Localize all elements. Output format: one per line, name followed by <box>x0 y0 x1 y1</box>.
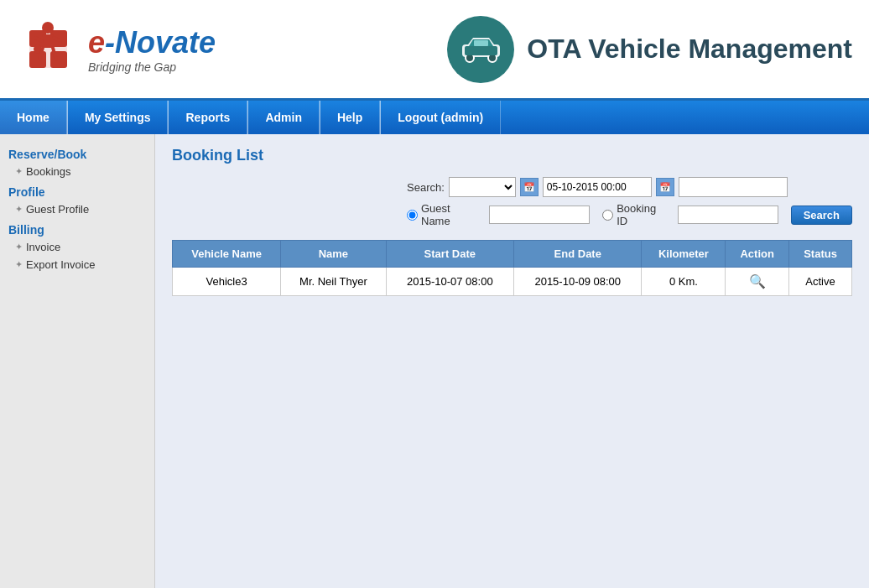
guest-name-label: Guest Name <box>421 202 476 227</box>
car-icon <box>458 34 504 64</box>
col-start-date: Start Date <box>386 241 513 268</box>
booking-table: Vehicle Name Name Start Date End Date Ki… <box>172 240 852 296</box>
sidebar-item-bookings-label: Bookings <box>26 165 70 178</box>
booking-id-label: Booking ID <box>617 202 664 227</box>
start-date-input[interactable] <box>543 177 652 197</box>
col-vehicle-name: Vehicle Name <box>173 241 281 268</box>
bullet-icon-3: ✦ <box>15 242 23 252</box>
nav-reports[interactable]: Reports <box>169 101 247 134</box>
nav-help[interactable]: Help <box>320 101 380 134</box>
bullet-icon: ✦ <box>15 166 23 177</box>
cell-start-date: 2015-10-07 08:00 <box>386 268 513 296</box>
search-button[interactable]: Search <box>791 206 852 225</box>
search-select[interactable] <box>449 177 516 197</box>
col-end-date: End Date <box>514 241 642 268</box>
end-date-input[interactable] <box>679 177 788 197</box>
sidebar-section-reserve: Reserve/Book <box>0 143 154 163</box>
logo-text: e-Novate Bridging the Gap <box>88 25 216 74</box>
app-header: e-Novate Bridging the Gap OTA Vehicle Ma… <box>0 0 869 101</box>
cell-end-date: 2015-10-09 08:00 <box>514 268 642 296</box>
svg-rect-19 <box>474 40 488 46</box>
main-layout: Reserve/Book ✦ Bookings Profile ✦ Guest … <box>0 134 869 588</box>
guest-name-radio[interactable] <box>407 210 418 221</box>
col-name: Name <box>281 241 386 268</box>
calendar-start-button[interactable]: 📅 <box>520 178 539 196</box>
guest-name-input[interactable] <box>489 206 590 224</box>
nav-logout[interactable]: Logout (admin) <box>381 101 501 134</box>
cell-vehicle-name: Vehicle3 <box>173 268 281 296</box>
booking-id-radio[interactable] <box>602 210 613 221</box>
logo-enovate: e-Novate <box>88 25 216 60</box>
calendar-start-icon: 📅 <box>523 182 535 193</box>
booking-id-radio-label[interactable]: Booking ID <box>602 202 664 227</box>
svg-point-7 <box>42 22 54 34</box>
sidebar-item-bookings[interactable]: ✦ Bookings <box>0 163 154 180</box>
sidebar-item-export-invoice-label: Export Invoice <box>26 258 95 271</box>
logo-left: e-Novate Bridging the Gap <box>17 18 216 81</box>
table-header: Vehicle Name Name Start Date End Date Ki… <box>173 241 852 268</box>
ota-title: OTA Vehicle Management <box>527 33 852 65</box>
cell-status: Active <box>789 268 852 296</box>
main-content: Booking List Search: 📅 📅 <box>155 134 869 588</box>
search-row-2: Guest Name Booking ID Search <box>172 202 852 227</box>
calendar-end-button[interactable]: 📅 <box>656 178 674 196</box>
main-navbar: Home My Settings Reports Admin Help Logo… <box>0 101 869 134</box>
calendar-end-icon: 📅 <box>659 182 671 193</box>
table-row: Vehicle3 Mr. Neil Thyer 2015-10-07 08:00… <box>173 268 852 296</box>
search-row-1: Search: 📅 📅 <box>172 177 852 197</box>
col-action: Action <box>726 241 789 268</box>
search-label: Search: <box>407 181 445 194</box>
puzzle-icon <box>17 18 80 81</box>
sidebar-item-export-invoice[interactable]: ✦ Export Invoice <box>0 256 154 273</box>
cell-action[interactable]: 🔍 <box>726 268 789 296</box>
sidebar-item-guest-profile[interactable]: ✦ Guest Profile <box>0 200 154 218</box>
action-search-icon[interactable]: 🔍 <box>749 274 766 289</box>
sidebar-item-invoice[interactable]: ✦ Invoice <box>0 238 154 256</box>
logo-right: OTA Vehicle Management <box>447 16 852 83</box>
nav-my-settings[interactable]: My Settings <box>68 101 169 134</box>
svg-rect-17 <box>465 46 497 55</box>
sidebar-item-invoice-label: Invoice <box>26 241 60 253</box>
cell-kilometer: 0 Km. <box>642 268 726 296</box>
search-area: Search: 📅 📅 Guest Name <box>172 177 852 227</box>
table-body: Vehicle3 Mr. Neil Thyer 2015-10-07 08:00… <box>173 268 852 296</box>
guest-name-radio-label[interactable]: Guest Name <box>407 202 476 227</box>
logo-subtitle: Bridging the Gap <box>88 60 216 74</box>
cell-name: Mr. Neil Thyer <box>281 268 386 296</box>
bullet-icon-4: ✦ <box>15 259 23 270</box>
nav-home[interactable]: Home <box>0 101 67 134</box>
col-kilometer: Kilometer <box>642 241 726 268</box>
table-header-row: Vehicle Name Name Start Date End Date Ki… <box>173 241 852 268</box>
ota-logo-circle <box>447 16 514 83</box>
sidebar-item-guest-profile-label: Guest Profile <box>26 203 89 216</box>
bullet-icon-2: ✦ <box>15 204 23 215</box>
booking-id-input[interactable] <box>678 206 778 224</box>
sidebar: Reserve/Book ✦ Bookings Profile ✦ Guest … <box>0 134 155 588</box>
sidebar-section-profile: Profile <box>0 180 154 200</box>
svg-rect-8 <box>42 34 54 48</box>
page-title: Booking List <box>172 147 852 164</box>
col-status: Status <box>789 241 852 268</box>
sidebar-section-billing: Billing <box>0 218 154 238</box>
nav-admin[interactable]: Admin <box>248 101 320 134</box>
